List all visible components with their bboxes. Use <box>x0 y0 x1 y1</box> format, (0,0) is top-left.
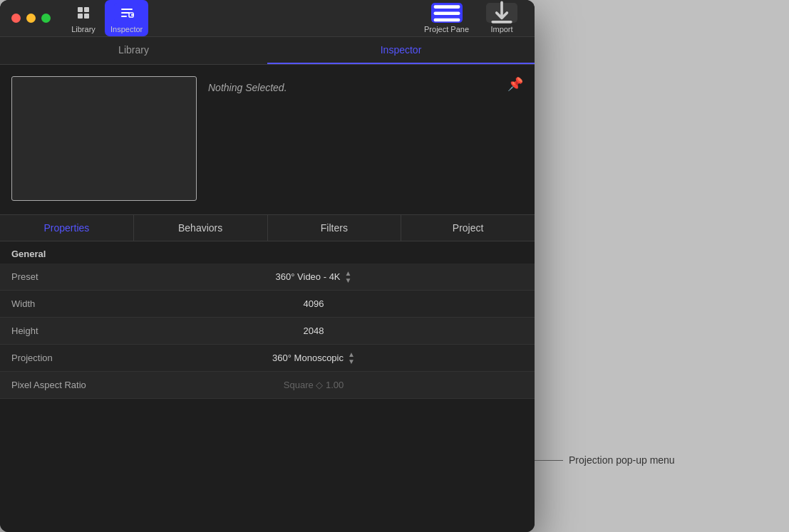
sub-tab-filters[interactable]: Filters <box>268 215 402 241</box>
width-value: 4096 <box>104 298 523 309</box>
library-button[interactable]: Library <box>65 0 102 36</box>
svg-rect-4 <box>121 9 133 10</box>
main-tab-bar: Library Inspector <box>0 37 535 65</box>
pixel-aspect-ratio-value: Square ◇ 1.00 <box>104 380 523 390</box>
pin-icon[interactable]: 📌 <box>507 76 523 92</box>
preview-thumbnail <box>11 76 197 201</box>
svg-rect-9 <box>433 5 460 9</box>
projection-row: Projection 360° Monoscopic ▲ ▼ <box>0 345 535 372</box>
preset-arrows: ▲ ▼ <box>345 270 352 284</box>
minimize-button[interactable] <box>26 14 36 23</box>
svg-rect-2 <box>78 14 83 19</box>
import-label: Import <box>490 25 512 33</box>
preset-label: Preset <box>11 271 104 282</box>
inspector-icon <box>114 3 140 23</box>
library-icon <box>71 3 96 23</box>
annotation-overlay: Projection pop-up menu <box>535 0 789 532</box>
preview-info: Nothing Selected. 📌 <box>208 76 523 203</box>
library-label: Library <box>71 25 96 33</box>
nothing-selected-label: Nothing Selected. <box>208 82 523 93</box>
import-icon <box>486 3 517 23</box>
project-pane-button[interactable]: Project Pane <box>418 0 475 36</box>
pixel-aspect-ratio-row: Pixel Aspect Ratio Square ◇ 1.00 <box>0 372 535 399</box>
toolbar: Library Inspector <box>65 0 523 36</box>
sub-tab-behaviors[interactable]: Behaviors <box>134 215 268 241</box>
sub-tab-bar: Properties Behaviors Filters Project <box>0 214 535 241</box>
annotation-line <box>535 460 563 461</box>
height-row: Height 2048 <box>0 318 535 345</box>
project-pane-label: Project Pane <box>424 25 469 33</box>
inspector-label: Inspector <box>110 25 143 33</box>
svg-rect-3 <box>84 14 89 19</box>
tab-inspector[interactable]: Inspector <box>267 37 535 64</box>
sub-tab-project[interactable]: Project <box>401 215 535 241</box>
svg-rect-0 <box>78 7 83 12</box>
properties-area: General Preset 360° Video - 4K ▲ ▼ Width… <box>0 241 535 532</box>
width-label: Width <box>11 298 104 309</box>
annotation: Projection pop-up menu <box>535 454 675 466</box>
svg-rect-6 <box>121 16 127 17</box>
height-value: 2048 <box>104 325 523 336</box>
title-bar: Library Inspector <box>0 0 535 37</box>
preview-area: Nothing Selected. 📌 <box>0 65 535 214</box>
import-button[interactable]: Import <box>480 0 523 36</box>
width-row: Width 4096 <box>0 291 535 318</box>
inspector-button[interactable]: Inspector <box>105 0 148 36</box>
svg-rect-11 <box>433 18 460 21</box>
maximize-button[interactable] <box>41 14 51 23</box>
projection-label: Projection <box>11 353 104 363</box>
project-pane-icon <box>431 3 463 23</box>
svg-rect-10 <box>433 11 460 15</box>
close-button[interactable] <box>11 14 21 23</box>
svg-rect-5 <box>121 12 130 14</box>
preset-row: Preset 360° Video - 4K ▲ ▼ <box>0 264 535 291</box>
traffic-lights <box>11 14 51 23</box>
tab-library[interactable]: Library <box>0 37 267 64</box>
height-label: Height <box>11 325 104 336</box>
sub-tab-properties[interactable]: Properties <box>0 215 134 241</box>
projection-arrows: ▲ ▼ <box>348 351 355 365</box>
annotation-text: Projection pop-up menu <box>569 454 675 466</box>
preset-value[interactable]: 360° Video - 4K ▲ ▼ <box>104 270 523 284</box>
section-general-header: General <box>0 241 535 264</box>
toolbar-right: Project Pane Import <box>418 0 523 36</box>
svg-rect-1 <box>84 7 89 12</box>
pixel-aspect-ratio-label: Pixel Aspect Ratio <box>11 380 104 390</box>
projection-value[interactable]: 360° Monoscopic ▲ ▼ <box>104 351 523 365</box>
